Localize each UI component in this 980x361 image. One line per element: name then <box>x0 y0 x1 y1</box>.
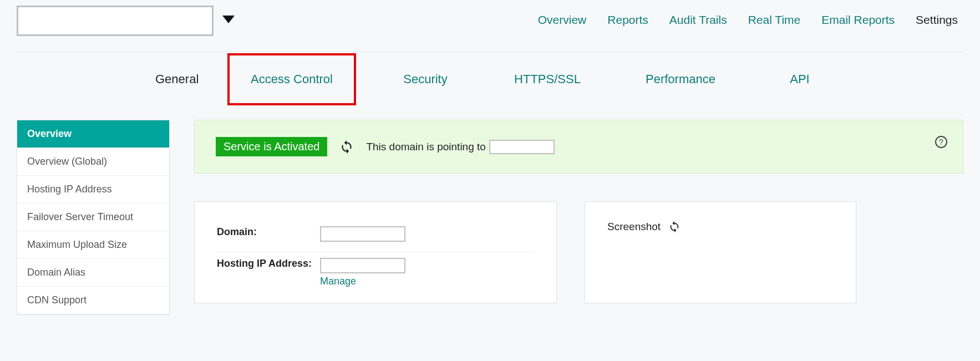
caret-down-icon[interactable] <box>222 16 235 23</box>
sidebar-item-overview-global[interactable]: Overview (Global) <box>17 148 169 176</box>
sidebar-item-failover[interactable]: Failover Server Timeout <box>17 204 169 231</box>
nav-email[interactable]: Email Reports <box>821 13 895 27</box>
help-icon[interactable]: ? <box>935 136 947 148</box>
field-domain: Domain: <box>217 221 534 252</box>
tab-security[interactable]: Security <box>356 55 467 103</box>
main-area: Service is Activated This domain is poin… <box>194 120 963 303</box>
nav-audit[interactable]: Audit Trails <box>669 13 727 27</box>
panels: Domain: Hosting IP Address: Manage Scree… <box>194 201 963 303</box>
nav-realtime[interactable]: Real Time <box>748 13 801 27</box>
tab-api[interactable]: API <box>733 55 844 103</box>
sidebar: Overview Overview (Global) Hosting IP Ad… <box>17 120 170 315</box>
details-panel: Domain: Hosting IP Address: Manage <box>194 201 557 303</box>
sidebar-item-cdn[interactable]: CDN Support <box>17 287 169 314</box>
svg-marker-0 <box>222 16 235 23</box>
domain-value-box <box>320 226 405 242</box>
pointing-text: This domain is pointing to <box>366 141 485 153</box>
refresh-icon[interactable] <box>668 221 681 233</box>
tab-general[interactable]: General <box>17 55 227 103</box>
status-badge: Service is Activated <box>216 137 327 156</box>
topbar: Overview Reports Audit Trails Real Time … <box>0 0 980 36</box>
pointing-value-box <box>489 140 555 154</box>
status-box: Service is Activated This domain is poin… <box>194 120 963 174</box>
field-hosting-ip: Hosting IP Address: Manage <box>217 252 534 297</box>
nav-settings[interactable]: Settings <box>916 13 958 27</box>
tab-access-control[interactable]: Access Control <box>227 53 356 105</box>
refresh-icon[interactable] <box>339 140 354 154</box>
domain-label: Domain: <box>217 226 320 238</box>
screenshot-label: Screenshot <box>607 221 661 233</box>
screenshot-panel: Screenshot <box>585 201 856 303</box>
sidebar-item-domain-alias[interactable]: Domain Alias <box>17 259 169 287</box>
nav-reports[interactable]: Reports <box>607 13 648 27</box>
hosting-ip-label: Hosting IP Address: <box>217 258 320 270</box>
top-nav: Overview Reports Audit Trails Real Time … <box>538 6 963 27</box>
subtabs: General Access Control Security HTTPS/SS… <box>0 52 980 106</box>
content: Overview Overview (Global) Hosting IP Ad… <box>0 106 980 315</box>
tab-https-ssl[interactable]: HTTPS/SSL <box>467 55 595 103</box>
tab-performance[interactable]: Performance <box>595 55 733 103</box>
hosting-ip-value-box <box>320 258 405 273</box>
manage-link[interactable]: Manage <box>320 276 405 287</box>
sidebar-item-hosting-ip[interactable]: Hosting IP Address <box>17 176 169 204</box>
sidebar-item-overview[interactable]: Overview <box>17 120 169 148</box>
sidebar-item-max-upload[interactable]: Maximum Upload Size <box>17 231 169 259</box>
nav-overview[interactable]: Overview <box>538 13 587 27</box>
domain-selector[interactable] <box>17 6 214 36</box>
